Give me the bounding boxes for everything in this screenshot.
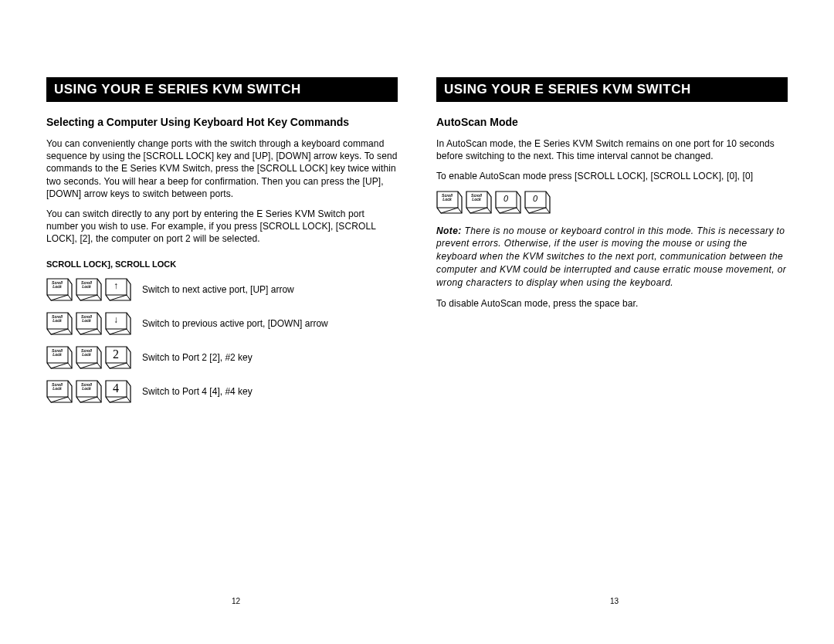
right-para1: In AutoScan mode, the E Series KVM Switc…: [436, 137, 788, 162]
0-key-icon: 0: [524, 191, 551, 214]
scroll-key-icon: ScrollLock: [46, 346, 73, 369]
page-number-left: 12: [232, 597, 240, 605]
right-key-row: ScrollLockScrollLock00: [436, 191, 788, 214]
hotkey-row: ScrollLockScrollLock4Switch to Port 4 [4…: [46, 380, 398, 403]
scroll-key-icon: ScrollLock: [466, 191, 492, 214]
scroll-key-icon: ScrollLock: [436, 191, 463, 214]
left-heading: Selecting a Computer Using Keyboard Hot …: [46, 116, 398, 128]
right-heading: AutoScan Mode: [436, 116, 788, 128]
hotkey-desc: Switch to previous active port, [DOWN] a…: [142, 318, 328, 329]
right-note: Note: There is no mouse or keyboard cont…: [436, 225, 788, 290]
hotkey-desc: Switch to next active port, [UP] arrow: [142, 284, 294, 295]
left-sublabel: SCROLL LOCK], SCROLL LOCK: [46, 259, 398, 269]
2-key-icon: 2: [105, 346, 131, 369]
hotkey-row: ScrollLockScrollLock↓Switch to previous …: [46, 312, 398, 335]
right-header: USING YOUR E SERIES KVM SWITCH: [436, 77, 788, 102]
hotkey-row: ScrollLockScrollLock2Switch to Port 2 [2…: [46, 346, 398, 369]
right-para2: To enable AutoScan mode press [SCROLL LO…: [436, 170, 788, 182]
left-header: USING YOUR E SERIES KVM SWITCH: [46, 77, 398, 102]
0-key-icon: 0: [495, 191, 521, 214]
hotkey-desc: Switch to Port 4 [4], #4 key: [142, 386, 253, 397]
4-key-icon: 4: [105, 380, 131, 403]
down-key-icon: ↓: [105, 312, 131, 335]
scroll-key-icon: ScrollLock: [76, 278, 102, 301]
note-label: Note:: [436, 225, 462, 236]
scroll-key-icon: ScrollLock: [76, 346, 102, 369]
hotkey-desc: Switch to Port 2 [2], #2 key: [142, 352, 253, 363]
right-para3: To disable AutoScan mode, press the spac…: [436, 297, 788, 310]
scroll-key-icon: ScrollLock: [76, 312, 102, 335]
hotkey-row: ScrollLockScrollLock↑Switch to next acti…: [46, 278, 398, 301]
up-key-icon: ↑: [105, 278, 131, 301]
left-para2: You can switch directly to any port by e…: [46, 208, 398, 246]
scroll-key-icon: ScrollLock: [46, 312, 73, 335]
left-para1: You can conveniently change ports with t…: [46, 137, 398, 200]
scroll-key-icon: ScrollLock: [46, 380, 73, 403]
page-number-right: 13: [610, 597, 619, 605]
note-body: There is no mouse or keyboard control in…: [436, 225, 786, 288]
scroll-key-icon: ScrollLock: [76, 380, 102, 403]
right-page: USING YOUR E SERIES KVM SWITCH AutoScan …: [436, 31, 788, 414]
left-page: USING YOUR E SERIES KVM SWITCH Selecting…: [46, 31, 398, 414]
scroll-key-icon: ScrollLock: [46, 278, 73, 301]
